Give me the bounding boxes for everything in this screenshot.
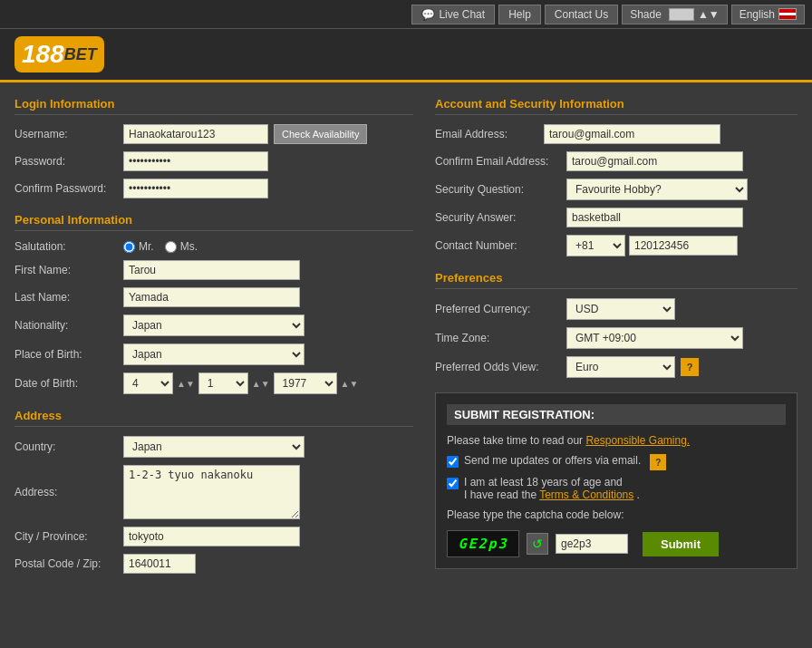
odds-select[interactable]: Euro [566, 356, 675, 378]
main-content: Login Information Username: Check Availa… [0, 82, 812, 603]
preferences-section: Preferences Preferred Currency: USD Time… [435, 271, 798, 378]
security-answer-label: Security Answer: [435, 211, 566, 224]
username-row: Username: Check Availability [14, 124, 413, 144]
password-input[interactable] [123, 151, 268, 171]
responsible-gaming-text: Please take time to read our Responsible… [447, 434, 786, 447]
dob-day-select[interactable]: 4 [123, 372, 173, 394]
mr-radio[interactable] [123, 241, 135, 253]
address-label: Address: [14, 486, 123, 498]
phone-input[interactable] [629, 236, 738, 256]
address-row: Address: 1-2-3 tyuo nakanoku [14, 465, 413, 519]
postal-row: Postal Code / Zip: [14, 554, 413, 574]
password-row: Password: [14, 151, 413, 171]
dob-row: Date of Birth: 4 ▲▼ 1 ▲▼ 1977 ▲▼ [14, 372, 413, 394]
timezone-label: Time Zone: [435, 332, 566, 344]
odds-label: Preferred Odds View: [435, 361, 566, 373]
lastname-row: Last Name: [14, 287, 413, 307]
odds-info-button[interactable]: ? [681, 358, 699, 376]
placeofbirth-select[interactable]: Japan [123, 343, 304, 365]
currency-select[interactable]: USD [566, 298, 675, 320]
nationality-row: Nationality: Japan [14, 314, 413, 336]
shade-control[interactable]: Shade ▲▼ [622, 5, 727, 24]
email-label: Email Address: [435, 128, 544, 140]
responsible-gaming-link[interactable]: Responsible Gaming. [585, 434, 690, 447]
submit-button[interactable]: Submit [643, 532, 719, 556]
logo: 188 BET [14, 36, 104, 73]
preferences-section-title: Preferences [435, 271, 798, 289]
help-button[interactable]: Help [498, 5, 541, 24]
dob-year-arrows: ▲▼ [341, 379, 359, 389]
captcha-label: Please type the captcha code below: [447, 508, 786, 521]
submit-title: SUBMIT REGISTRATION: [447, 404, 786, 425]
language-selector[interactable]: English [731, 5, 805, 24]
nationality-select[interactable]: Japan [123, 314, 304, 336]
age-checkbox[interactable] [447, 478, 459, 489]
address-section-title: Address [14, 409, 413, 427]
updates-info-button[interactable]: ? [650, 454, 666, 470]
city-input[interactable] [123, 527, 300, 546]
placeofbirth-label: Place of Birth: [14, 348, 123, 361]
timezone-row: Time Zone: GMT +09:00 [435, 327, 798, 349]
username-input[interactable] [123, 124, 268, 144]
login-section-title: Login Information [14, 97, 413, 115]
updates-checkbox-row: Send me updates or offers via email. ? [447, 454, 786, 470]
email-row: Email Address: [435, 124, 798, 144]
contact-label: Contact Number: [435, 239, 566, 252]
security-answer-input[interactable] [566, 208, 743, 227]
currency-row: Preferred Currency: USD [435, 298, 798, 320]
dob-label: Date of Birth: [14, 377, 123, 390]
username-label: Username: [14, 128, 123, 140]
password-label: Password: [14, 155, 123, 168]
dob-month-arrows: ▲▼ [252, 379, 270, 389]
currency-label: Preferred Currency: [435, 303, 566, 315]
email-input[interactable] [544, 124, 720, 144]
firstname-row: First Name: [14, 260, 413, 280]
account-section: Account and Security Information Email A… [435, 97, 798, 256]
dob-year-select[interactable]: 1977 [274, 372, 337, 394]
header: 188 BET [0, 29, 812, 82]
postal-input[interactable] [123, 554, 196, 574]
personal-section: Personal Information Salutation: Mr. Ms.… [14, 213, 413, 394]
city-label: City / Province: [14, 530, 123, 543]
firstname-input[interactable] [123, 260, 300, 280]
terms-link[interactable]: Terms & Conditions [539, 488, 633, 501]
address-textarea[interactable]: 1-2-3 tyuo nakanoku [123, 465, 300, 519]
confirm-password-label: Confirm Password: [14, 182, 123, 195]
security-question-select[interactable]: Favourite Hobby? [566, 179, 748, 200]
confirm-password-input[interactable] [123, 179, 268, 198]
captcha-refresh-button[interactable]: ↺ [527, 533, 548, 555]
left-column: Login Information Username: Check Availa… [14, 97, 413, 588]
country-code-select[interactable]: +81 [566, 235, 625, 256]
submit-section: SUBMIT REGISTRATION: Please take time to… [435, 392, 798, 569]
confirm-email-input[interactable] [566, 151, 743, 171]
captcha-input[interactable] [556, 534, 628, 554]
livechat-button[interactable]: 💬 Live Chat [411, 5, 495, 24]
lastname-input[interactable] [123, 287, 300, 307]
dob-month-select[interactable]: 1 [198, 372, 248, 394]
salutation-row: Salutation: Mr. Ms. [14, 240, 413, 253]
ms-radio[interactable] [165, 241, 177, 253]
odds-row: Preferred Odds View: Euro ? [435, 356, 798, 378]
address-section: Address Country: Japan Address: 1-2-3 ty… [14, 409, 413, 574]
mr-radio-label[interactable]: Mr. [123, 240, 154, 253]
confirm-email-row: Confirm Email Address: [435, 151, 798, 171]
captcha-row: GE2p3 ↺ Submit [447, 530, 786, 557]
nationality-label: Nationality: [14, 319, 123, 332]
timezone-select[interactable]: GMT +09:00 [566, 327, 743, 349]
placeofbirth-row: Place of Birth: Japan [14, 343, 413, 365]
confirm-email-label: Confirm Email Address: [435, 155, 566, 168]
ms-radio-label[interactable]: Ms. [165, 240, 198, 253]
security-question-row: Security Question: Favourite Hobby? [435, 179, 798, 200]
flag-icon [778, 8, 797, 20]
country-label: Country: [14, 440, 123, 453]
updates-checkbox[interactable] [447, 456, 459, 468]
contact-button[interactable]: Contact Us [545, 5, 618, 24]
account-section-title: Account and Security Information [435, 97, 798, 115]
city-row: City / Province: [14, 527, 413, 546]
check-availability-button[interactable]: Check Availability [274, 124, 367, 144]
contact-row: Contact Number: +81 [435, 235, 798, 256]
country-select[interactable]: Japan [123, 436, 304, 458]
captcha-image: GE2p3 [447, 530, 519, 557]
country-row: Country: Japan [14, 436, 413, 458]
firstname-label: First Name: [14, 264, 123, 276]
